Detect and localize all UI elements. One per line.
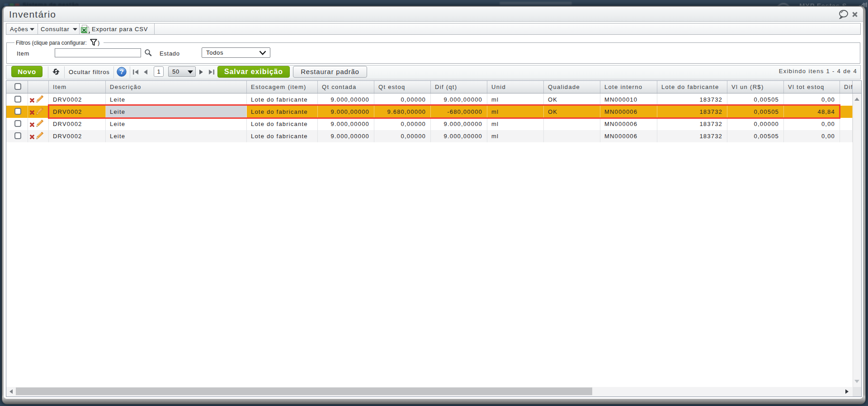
svg-text:?: ? xyxy=(119,68,123,75)
